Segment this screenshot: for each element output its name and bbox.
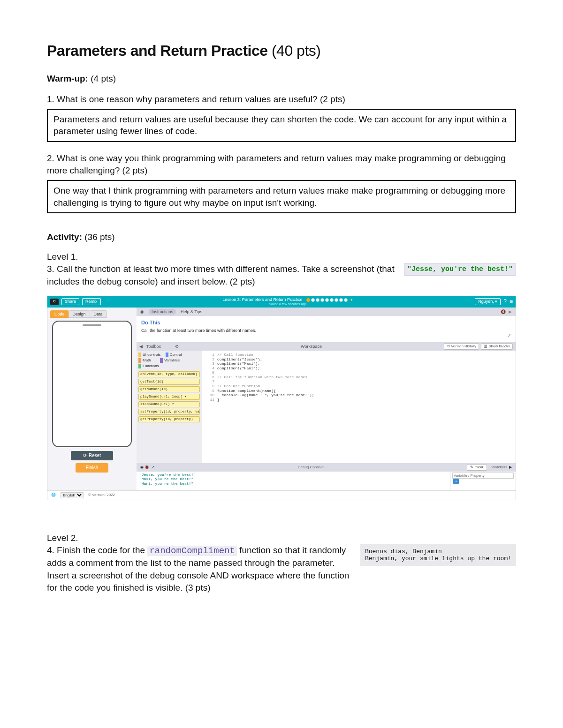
warmup-label: Warm-up: <box>47 74 88 83</box>
step-icon[interactable]: ↗ <box>152 465 155 470</box>
activity-heading: Activity: (36 pts) <box>47 232 516 242</box>
watchers-collapse-icon[interactable]: ▶ <box>509 465 512 470</box>
question-2-text: 2. What is one way you think programming… <box>47 152 516 177</box>
finish-button[interactable]: Finish <box>76 463 108 473</box>
code-line: 9function compliment(name){ <box>206 389 512 393</box>
footer-version: © Version: 2022 <box>88 493 115 497</box>
progress-bubble-icon[interactable] <box>325 298 329 302</box>
ide-left-panel: Code Design Data ⟳ Reset Finish <box>47 308 137 490</box>
watchers-label: Watchers <box>492 465 508 470</box>
remix-button[interactable]: Remix <box>82 298 101 305</box>
audio-off-icon[interactable]: 🔇 <box>501 309 506 315</box>
toolbox-block[interactable]: getText(id) <box>138 379 200 385</box>
watcher-input[interactable] <box>452 473 514 479</box>
expand-icon[interactable]: ⤢ <box>141 333 511 338</box>
warmup-heading: Warm-up: (4 pts) <box>47 74 516 84</box>
question-4-text: 4. Finish the code for the randomComplim… <box>47 544 352 594</box>
language-select[interactable]: English <box>61 492 84 498</box>
q4-pre: 4. Finish the code for the <box>47 545 147 555</box>
toolbox-block[interactable]: setProperty(id, property, va <box>138 409 200 415</box>
debug-console-output: "Jesse, you're the best!" "Maxi, you're … <box>137 472 450 490</box>
tab-code[interactable]: Code <box>50 310 69 318</box>
q4-code-token: randomCompliment <box>147 546 236 556</box>
help-tips-tab[interactable]: Help & Tips <box>181 309 202 315</box>
more-dropdown-icon[interactable]: ▾ <box>350 297 353 302</box>
toolbox-block[interactable]: onEvent(id, type, callback) <box>138 371 200 377</box>
code-line: 5 <box>206 370 512 375</box>
reset-label: Reset <box>89 453 101 458</box>
progress-bubble-icon[interactable] <box>344 298 348 302</box>
code-line: 11} <box>206 398 512 402</box>
back-icon[interactable]: ◀ <box>139 344 143 349</box>
progress-bubble-icon[interactable] <box>316 298 320 302</box>
tb-cat-math[interactable]: Math <box>143 358 151 363</box>
debug-console-label: Debug Console <box>155 465 467 470</box>
title-bold: Parameters and Return Practice <box>47 42 268 59</box>
title-points: (40 pts) <box>272 42 320 59</box>
bug-icon[interactable]: 🐞 <box>145 465 149 470</box>
toolbox-block[interactable]: getNumber(id) <box>138 386 200 392</box>
help-icon[interactable]: ? <box>503 298 507 305</box>
ide-top-bar: C Share Remix Lesson 3: Parameters and R… <box>47 296 516 308</box>
debug-console-header: ◉ 🐞 ↗ Debug Console ✎ Clear Watchers ▶ <box>137 463 516 472</box>
tab-design[interactable]: Design <box>68 310 90 318</box>
do-this-title: Do This <box>141 320 511 326</box>
code-editor[interactable]: 1// Call function2compliment("Jesse");3c… <box>202 351 516 463</box>
lesson-progress-bubbles[interactable] <box>306 298 348 302</box>
gear-icon[interactable]: ⚙ <box>175 344 179 349</box>
globe-icon: 🌐 <box>51 493 56 497</box>
code-line: 8// Declare function <box>206 384 512 389</box>
progress-bubble-icon[interactable] <box>311 298 315 302</box>
category-swatch-icon <box>160 358 163 363</box>
level-1-label: Level 1. <box>47 252 516 262</box>
watchers-panel: + <box>450 472 516 490</box>
activity-label: Activity: <box>47 232 82 242</box>
lesson-header: Lesson 3: Parameters and Return Practice… <box>104 297 472 306</box>
share-button[interactable]: Share <box>61 298 79 305</box>
console-toggle-icon[interactable]: ◉ <box>140 465 144 470</box>
instructions-content: Do This Call the function at least two m… <box>137 316 516 342</box>
play-icon[interactable]: ▶ <box>509 309 512 315</box>
clear-console-button[interactable]: ✎ Clear <box>467 464 487 471</box>
warmup-points: (4 pts) <box>91 74 116 83</box>
codeorg-ide-screenshot: C Share Remix Lesson 3: Parameters and R… <box>47 296 516 500</box>
progress-bubble-icon[interactable] <box>335 298 338 302</box>
reset-button[interactable]: ⟳ Reset <box>71 451 113 460</box>
activity-points: (36 pts) <box>84 232 114 242</box>
toolbox-block[interactable]: getProperty(id, property) <box>138 416 200 422</box>
code-line: 7 <box>206 379 512 384</box>
tb-cat-control[interactable]: Control <box>170 353 182 357</box>
category-swatch-icon <box>138 358 141 363</box>
tab-data[interactable]: Data <box>90 310 107 318</box>
toolbox-panel: UI controls Control Math Variables Funct… <box>137 351 202 463</box>
phone-simulator[interactable] <box>52 321 132 447</box>
tb-cat-vars[interactable]: Variables <box>164 358 180 363</box>
page-title: Parameters and Return Practice (40 pts) <box>47 42 516 60</box>
instructions-tab[interactable]: Instructions <box>149 309 176 315</box>
code-line: 6// Call the function with two more name… <box>206 375 512 380</box>
toolbox-block[interactable]: playSound(url, loop) ▾ <box>138 394 200 400</box>
code-line: 10 console.log(name + ", you're the best… <box>206 393 512 398</box>
version-history-button[interactable]: ⟲ Version History <box>444 343 479 350</box>
toolbox-block[interactable]: stopSound(url) ▾ <box>138 401 200 407</box>
add-watcher-button[interactable]: + <box>453 479 459 484</box>
code-line: 4compliment("Hani"); <box>206 366 512 371</box>
question-1-text: 1. What is one reason why parameters and… <box>47 93 516 106</box>
progress-bubble-icon[interactable] <box>339 298 343 302</box>
saved-indicator: Saved a few seconds ago <box>104 302 472 306</box>
progress-bubble-icon[interactable] <box>306 298 310 302</box>
hamburger-menu-icon[interactable]: ≡ <box>510 298 513 305</box>
code-line: 1// Call function <box>206 353 512 357</box>
code-line: 2compliment("Jesse"); <box>206 357 512 362</box>
user-menu[interactable]: Nguyen, ▾ <box>475 298 501 305</box>
question-4-console-snippet: Buenos dias, Benjamin Benjamin, your smi… <box>360 544 516 566</box>
ide-footer: 🌐 English © Version: 2022 <box>47 490 516 500</box>
collapse-icon[interactable]: ◉ <box>140 309 144 315</box>
tb-cat-ui[interactable]: UI controls <box>143 353 160 357</box>
workspace-header: ◀ Toolbox ⚙ Workspace ⟲ Version History … <box>137 342 516 351</box>
progress-bubble-icon[interactable] <box>330 298 334 302</box>
progress-bubble-icon[interactable] <box>320 298 324 302</box>
show-blocks-button[interactable]: ▥ Show Blocks <box>481 343 513 350</box>
toolbox-label: Toolbox <box>143 344 175 349</box>
tb-cat-fns[interactable]: Functions <box>143 364 159 368</box>
